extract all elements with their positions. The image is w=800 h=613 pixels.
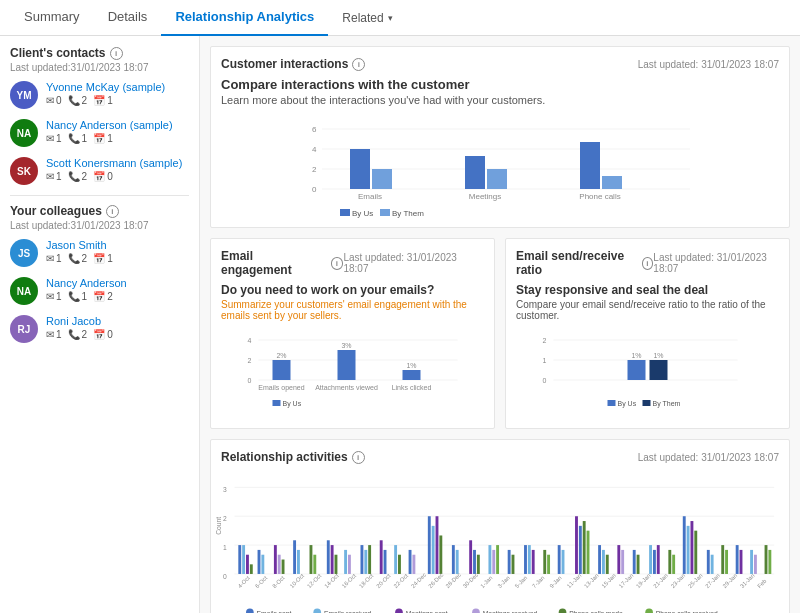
avatar: NA bbox=[10, 277, 38, 305]
svg-rect-9 bbox=[372, 169, 392, 189]
svg-text:28-Dec: 28-Dec bbox=[445, 572, 462, 589]
meeting-icon: 📅 bbox=[93, 329, 105, 340]
svg-text:By Us: By Us bbox=[352, 209, 373, 218]
svg-rect-84 bbox=[394, 545, 397, 574]
svg-point-180 bbox=[645, 609, 653, 613]
svg-text:Count: Count bbox=[215, 517, 222, 535]
svg-rect-86 bbox=[409, 550, 412, 574]
colleague-item: JS Jason Smith ✉1 📞2 📅1 bbox=[10, 239, 189, 267]
svg-text:By Us: By Us bbox=[283, 400, 302, 408]
svg-rect-101 bbox=[512, 555, 515, 574]
contact-name[interactable]: Nancy Anderson (sample) bbox=[46, 119, 189, 131]
svg-rect-135 bbox=[750, 550, 753, 574]
svg-rect-114 bbox=[602, 550, 605, 574]
tab-summary[interactable]: Summary bbox=[10, 0, 94, 36]
svg-point-170 bbox=[246, 609, 254, 613]
svg-rect-77 bbox=[344, 550, 347, 574]
svg-text:Emails: Emails bbox=[358, 192, 382, 201]
svg-text:1: 1 bbox=[223, 544, 227, 551]
svg-rect-62 bbox=[242, 545, 245, 574]
customer-interactions-card: Customer interactions i Last updated: 31… bbox=[210, 46, 790, 228]
svg-rect-75 bbox=[331, 545, 334, 574]
meeting-icon: 📅 bbox=[93, 171, 105, 182]
svg-rect-113 bbox=[598, 545, 601, 574]
avatar: NA bbox=[10, 119, 38, 147]
contact-name[interactable]: Yvonne McKay (sample) bbox=[46, 81, 189, 93]
svg-rect-132 bbox=[725, 550, 728, 574]
svg-rect-69 bbox=[282, 560, 285, 574]
email-icon: ✉ bbox=[46, 171, 54, 182]
svg-rect-127 bbox=[690, 521, 693, 574]
email-send-receive-last-updated: Last updated: 31/01/2023 18:07 bbox=[653, 252, 779, 274]
svg-rect-44 bbox=[628, 360, 646, 380]
svg-rect-106 bbox=[547, 555, 550, 574]
svg-rect-104 bbox=[532, 550, 535, 574]
relationship-activities-info-icon[interactable]: i bbox=[352, 451, 365, 464]
svg-text:0: 0 bbox=[248, 377, 252, 384]
svg-rect-83 bbox=[384, 550, 387, 574]
email-engagement-subdesc: Summarize your customers' email engageme… bbox=[221, 299, 484, 321]
phone-icon: 📞 bbox=[68, 133, 80, 144]
section-divider bbox=[10, 195, 189, 196]
svg-rect-36 bbox=[273, 400, 281, 406]
svg-rect-88 bbox=[428, 516, 431, 574]
customer-interactions-info-icon[interactable]: i bbox=[352, 58, 365, 71]
clients-info-icon[interactable]: i bbox=[110, 47, 123, 60]
contact-name[interactable]: Nancy Anderson bbox=[46, 277, 189, 289]
svg-text:15-Jan: 15-Jan bbox=[600, 572, 617, 589]
tab-related[interactable]: Related ▾ bbox=[328, 3, 406, 33]
svg-rect-136 bbox=[754, 555, 757, 574]
svg-text:3%: 3% bbox=[341, 342, 351, 349]
phone-icon: 📞 bbox=[68, 253, 80, 264]
bottom-row: Email engagement i Last updated: 31/01/2… bbox=[210, 238, 790, 429]
svg-text:23-Jan: 23-Jan bbox=[670, 572, 687, 589]
svg-text:Meetings: Meetings bbox=[469, 192, 501, 201]
meeting-icon: 📅 bbox=[93, 133, 105, 144]
svg-text:2%: 2% bbox=[276, 352, 286, 359]
email-send-receive-subdesc: Compare your email send/receive ratio to… bbox=[516, 299, 779, 321]
svg-rect-72 bbox=[310, 545, 313, 574]
svg-rect-74 bbox=[327, 540, 330, 574]
tab-details[interactable]: Details bbox=[94, 0, 162, 36]
svg-text:31-Jan: 31-Jan bbox=[739, 572, 756, 589]
svg-rect-89 bbox=[432, 526, 435, 574]
svg-rect-109 bbox=[575, 516, 578, 574]
svg-rect-90 bbox=[436, 516, 439, 574]
tab-relationship-analytics[interactable]: Relationship Analytics bbox=[161, 0, 328, 36]
content-area: Customer interactions i Last updated: 31… bbox=[200, 36, 800, 613]
colleague-item: NA Nancy Anderson ✉1 📞1 📅2 bbox=[10, 277, 189, 305]
meeting-icon: 📅 bbox=[93, 95, 105, 106]
email-engagement-card: Email engagement i Last updated: 31/01/2… bbox=[210, 238, 495, 429]
svg-text:6: 6 bbox=[312, 125, 317, 134]
svg-text:2: 2 bbox=[223, 515, 227, 522]
svg-rect-124 bbox=[672, 555, 675, 574]
chart-subtitle: Learn more about the interactions you've… bbox=[221, 94, 779, 106]
contact-name[interactable]: Jason Smith bbox=[46, 239, 189, 251]
svg-text:By Them: By Them bbox=[653, 400, 681, 408]
top-nav: Summary Details Relationship Analytics R… bbox=[0, 0, 800, 36]
email-send-receive-info-icon[interactable]: i bbox=[642, 257, 654, 270]
svg-rect-17 bbox=[340, 209, 350, 216]
svg-text:11-Jan: 11-Jan bbox=[566, 572, 583, 589]
colleagues-info-icon[interactable]: i bbox=[106, 205, 119, 218]
contact-name[interactable]: Roni Jacob bbox=[46, 315, 189, 327]
email-engagement-info-icon[interactable]: i bbox=[331, 257, 344, 270]
svg-rect-71 bbox=[297, 550, 300, 574]
svg-text:Phone calls: Phone calls bbox=[579, 192, 620, 201]
svg-rect-128 bbox=[694, 531, 697, 574]
email-icon: ✉ bbox=[46, 329, 54, 340]
email-icon: ✉ bbox=[46, 291, 54, 302]
svg-rect-11 bbox=[465, 156, 485, 189]
svg-text:30-Dec: 30-Dec bbox=[462, 572, 479, 589]
svg-rect-117 bbox=[621, 550, 624, 574]
svg-rect-123 bbox=[668, 550, 671, 574]
svg-text:4-Oct: 4-Oct bbox=[237, 575, 251, 589]
svg-text:1%: 1% bbox=[653, 352, 663, 359]
svg-rect-111 bbox=[583, 521, 586, 574]
contact-name[interactable]: Scott Konersmann (sample) bbox=[46, 157, 189, 169]
svg-text:Feb: Feb bbox=[756, 578, 767, 589]
svg-text:2: 2 bbox=[248, 357, 252, 364]
svg-text:0: 0 bbox=[543, 377, 547, 384]
svg-point-172 bbox=[313, 609, 321, 613]
customer-interactions-last-updated: Last updated: 31/01/2023 18:07 bbox=[638, 59, 779, 70]
